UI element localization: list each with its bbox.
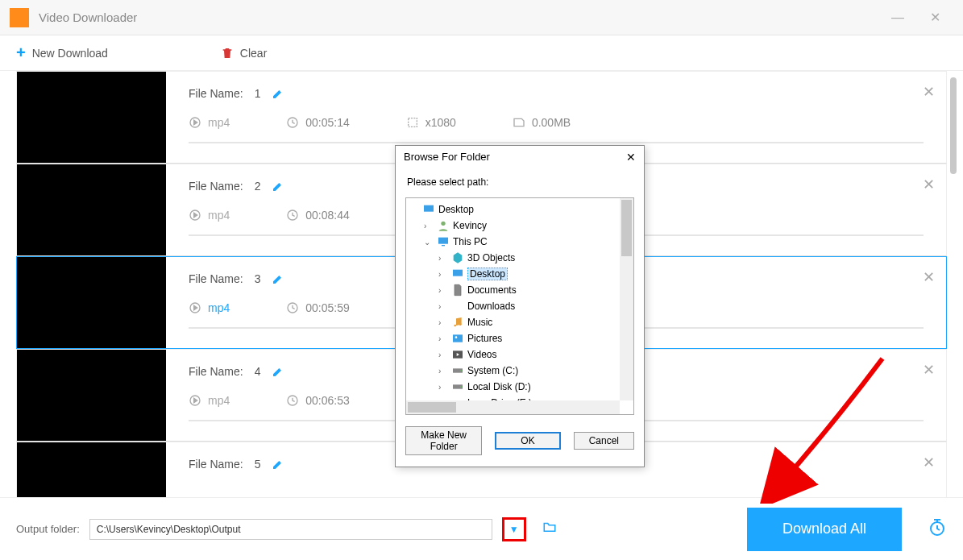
tree-node-label: Kevincy (453, 220, 487, 231)
tree-item[interactable]: › 3D Objects (409, 250, 630, 266)
tree-node-label: Desktop (438, 204, 474, 215)
cancel-button[interactable]: Cancel (574, 432, 634, 450)
tree-item[interactable]: › Local Disk (D:) (409, 379, 630, 395)
tree-caret-icon[interactable]: › (438, 318, 448, 327)
dialog-titlebar: Browse For Folder ✕ (396, 146, 644, 168)
output-folder-field (89, 519, 492, 540)
resolution-icon: x1080 (406, 116, 456, 129)
filename-label: File Name: (189, 180, 243, 193)
duration-icon: 00:05:14 (286, 116, 350, 129)
clear-button[interactable]: Clear (205, 35, 283, 70)
tree-caret-icon[interactable]: › (438, 367, 448, 375)
size-icon: 0.00MB (513, 116, 571, 129)
tree-caret-icon[interactable]: › (438, 254, 448, 263)
tree-node-icon (451, 268, 464, 280)
new-download-button[interactable]: + New Download (0, 35, 124, 70)
dialog-buttons: Make New Folder OK Cancel (396, 415, 644, 467)
filename-value: 2 (255, 180, 261, 193)
tree-node-label: Videos (467, 349, 496, 360)
svg-rect-12 (438, 238, 448, 244)
tree-caret-icon[interactable]: ⌄ (424, 238, 434, 247)
scrollbar[interactable] (950, 77, 957, 174)
output-folder-label: Output folder: (16, 523, 80, 535)
tree-item[interactable]: Desktop (409, 201, 630, 218)
output-folder-input[interactable] (90, 524, 492, 535)
tree-item[interactable]: › System (C:) (409, 363, 630, 379)
tree-caret-icon[interactable]: › (424, 222, 434, 230)
resolution-value: x1080 (425, 116, 456, 129)
ok-button[interactable]: OK (495, 432, 560, 450)
tree-node-icon (451, 300, 464, 313)
tree-caret-icon[interactable]: › (438, 415, 448, 416)
thumbnail (17, 72, 166, 163)
browse-folder-dialog: Browse For Folder ✕ Please select path: … (395, 145, 645, 467)
svg-rect-17 (453, 334, 463, 342)
tree-item[interactable]: › Pictures (409, 330, 630, 346)
svg-rect-14 (453, 270, 463, 276)
tree-caret-icon[interactable]: › (438, 286, 448, 295)
svg-rect-10 (424, 205, 434, 212)
edit-name-icon[interactable] (272, 86, 284, 100)
format-value: mp4 (208, 301, 230, 314)
tree-caret-icon[interactable]: › (438, 334, 448, 343)
tree-scrollbar-horizontal[interactable] (406, 400, 620, 414)
duration-icon: 00:08:44 (286, 209, 350, 222)
remove-item-icon[interactable]: ✕ (923, 361, 935, 379)
dialog-close-icon[interactable]: ✕ (626, 151, 636, 164)
titlebar: Video Downloader — ✕ (0, 0, 963, 35)
output-folder-dropdown[interactable]: ▼ (502, 517, 526, 541)
dialog-title: Browse For Folder (404, 151, 490, 164)
tree-item[interactable]: › Videos (409, 346, 630, 363)
schedule-icon[interactable] (928, 517, 947, 541)
format-icon: mp4 (189, 394, 230, 407)
remove-item-icon[interactable]: ✕ (923, 268, 935, 286)
tree-caret-icon[interactable]: › (438, 351, 448, 359)
edit-name-icon[interactable] (272, 364, 284, 378)
remove-item-icon[interactable]: ✕ (923, 176, 935, 193)
tree-scrollbar-vertical[interactable] (620, 198, 633, 400)
tree-caret-icon[interactable]: › (438, 270, 448, 279)
tree-node-icon (451, 316, 464, 329)
format-value: mp4 (208, 209, 230, 222)
filename-value: 1 (255, 87, 261, 100)
tree-node-icon (451, 380, 464, 393)
tree-item[interactable]: ⌄ This PC (409, 234, 630, 250)
tree-node-label: Downloads (467, 301, 515, 312)
edit-name-icon[interactable] (272, 179, 284, 193)
tree-item[interactable]: › Music (409, 314, 630, 330)
tree-node-label: Documents (467, 284, 517, 296)
make-new-folder-button[interactable]: Make New Folder (405, 426, 482, 455)
duration-value: 00:08:44 (305, 209, 350, 222)
progress-bar (189, 142, 924, 143)
format-icon: mp4 (189, 209, 230, 222)
close-button[interactable]: ✕ (917, 10, 953, 25)
tree-item[interactable]: › Downloads (409, 298, 630, 314)
download-all-button[interactable]: Download All (747, 508, 902, 551)
tree-node-icon (437, 219, 450, 232)
toolbar: + New Download Clear (0, 35, 963, 71)
tree-caret-icon[interactable]: › (438, 302, 448, 311)
tree-item[interactable]: › Kevincy (409, 218, 630, 234)
filename-value: 4 (255, 365, 261, 378)
thumbnail (17, 350, 166, 441)
tree-item[interactable]: › Desktop (409, 266, 630, 282)
minimize-button[interactable]: — (878, 10, 917, 25)
remove-item-icon[interactable]: ✕ (923, 83, 935, 101)
tree-node-label: Local Disk (D:) (467, 381, 531, 392)
filename-value: 5 (255, 458, 261, 471)
app-title: Video Downloader (39, 10, 878, 24)
open-folder-icon[interactable] (541, 520, 558, 538)
app-icon (10, 8, 29, 27)
tree-caret-icon[interactable]: › (438, 383, 448, 392)
tree-node-icon (451, 364, 464, 377)
filename-label: File Name: (189, 365, 243, 378)
format-value: mp4 (208, 394, 230, 407)
duration-value: 00:05:14 (305, 116, 350, 129)
remove-item-icon[interactable]: ✕ (923, 454, 935, 471)
tree-node-icon (451, 284, 464, 297)
edit-name-icon[interactable] (272, 457, 284, 471)
duration-value: 00:05:59 (305, 301, 350, 314)
svg-point-23 (460, 386, 461, 387)
tree-item[interactable]: › Documents (409, 282, 630, 298)
edit-name-icon[interactable] (272, 272, 284, 285)
